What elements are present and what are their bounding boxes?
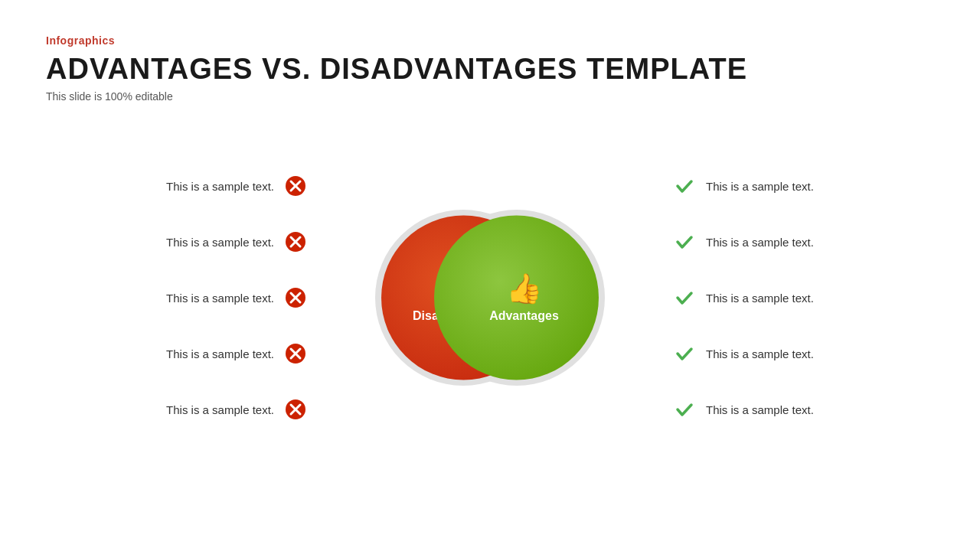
venn-wrapper: 👎 Disadvantages 👍 Advantages xyxy=(345,156,635,439)
category-label: Infographics xyxy=(46,34,934,47)
disadvantage-text-2: This is a sample text. xyxy=(166,292,274,305)
subtitle: This slide is 100% editable xyxy=(46,90,934,103)
circle-advantages-label: Advantages xyxy=(489,308,559,322)
disadvantage-text-1: This is a sample text. xyxy=(166,236,274,249)
check-icon-4 xyxy=(674,399,695,420)
disadvantage-text-4: This is a sample text. xyxy=(166,403,274,416)
x-icon-0 xyxy=(285,175,306,197)
disadvantage-item: This is a sample text. xyxy=(46,399,306,420)
advantage-text-1: This is a sample text. xyxy=(706,236,814,249)
check-icon-3 xyxy=(674,343,695,364)
disadvantage-item: This is a sample text. xyxy=(46,343,306,364)
circle-advantages: 👍 Advantages xyxy=(434,216,599,380)
advantage-text-3: This is a sample text. xyxy=(706,347,814,360)
check-icon-2 xyxy=(674,287,695,308)
main-title: ADVANTAGES VS. DISADVANTAGES TEMPLATE xyxy=(46,53,934,86)
advantage-item: This is a sample text. xyxy=(674,175,934,197)
advantage-item: This is a sample text. xyxy=(674,343,934,364)
advantage-item: This is a sample text. xyxy=(674,231,934,253)
disadvantage-item: This is a sample text. xyxy=(46,231,306,253)
advantage-text-2: This is a sample text. xyxy=(706,292,814,305)
advantage-item: This is a sample text. xyxy=(674,287,934,308)
advantage-text-4: This is a sample text. xyxy=(706,403,814,416)
advantage-item: This is a sample text. xyxy=(674,399,934,420)
disadvantage-item: This is a sample text. xyxy=(46,287,306,308)
venn-diagram: 👎 Disadvantages 👍 Advantages xyxy=(329,133,651,462)
x-icon-2 xyxy=(285,287,306,308)
disadvantage-item: This is a sample text. xyxy=(46,175,306,197)
advantages-list: This is a sample text. This is a sample … xyxy=(674,175,934,420)
disadvantages-list: This is a sample text. This is a sample … xyxy=(46,175,306,420)
slide: Infographics ADVANTAGES VS. DISADVANTAGE… xyxy=(0,0,980,551)
disadvantage-text-3: This is a sample text. xyxy=(166,347,274,360)
x-icon-4 xyxy=(285,399,306,420)
check-icon-1 xyxy=(674,231,695,253)
x-icon-3 xyxy=(285,343,306,364)
thumbs-up-icon: 👍 xyxy=(506,273,542,302)
check-icon-0 xyxy=(674,175,695,197)
x-icon-1 xyxy=(285,231,306,253)
advantage-text-0: This is a sample text. xyxy=(706,180,814,193)
disadvantage-text-0: This is a sample text. xyxy=(166,180,274,193)
content-area: This is a sample text. This is a sample … xyxy=(46,133,934,462)
